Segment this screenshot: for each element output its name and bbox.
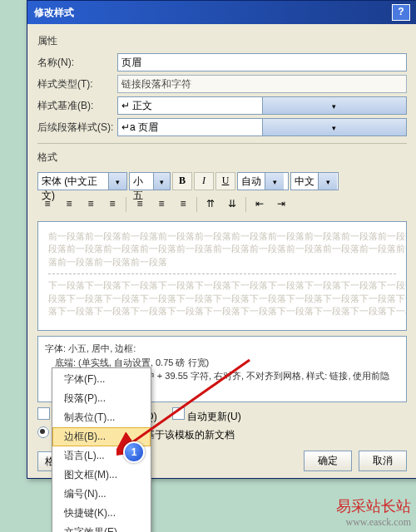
add-quick-checkbox[interactable] [37,407,50,420]
indent-decrease-icon[interactable]: ⇤ [250,195,270,214]
line-spacing-1-icon[interactable]: ≡ [130,195,150,214]
indent-increase-icon[interactable]: ⇥ [271,195,291,214]
only-doc-radio[interactable] [37,426,49,438]
format-toolbar-2: ≡ ≡ ≡ ≡ ≡ ≡ ≡ ⇈ ⇊ ⇤ ⇥ [37,193,407,216]
style-base-dropdown[interactable]: ↵ 正文 ▾ [117,96,407,115]
chevron-down-icon: ▾ [108,173,126,190]
section-format: 格式 [37,150,407,165]
menu-numbering[interactable]: 编号(N)... [52,485,151,504]
chevron-down-icon: ▾ [153,173,170,190]
style-base-label: 样式基准(B): [37,99,117,113]
chevron-down-icon: ▾ [265,173,284,190]
style-type-dropdown[interactable]: 链接段落和字符 [117,75,407,93]
preview-box: 前一段落前一段落前一段落前一段落前一段落前一段落前一段落前一段落前一段落前一段落… [37,221,407,331]
color-select[interactable]: 自动 ▾ [237,172,289,190]
chevron-down-icon: ▾ [318,173,337,190]
size-select[interactable]: 小五 ▾ [129,172,171,190]
dialog-title: 修改样式 [34,6,74,20]
bold-button[interactable]: B [172,172,192,190]
chevron-down-icon: ▾ [262,119,407,135]
underline-button[interactable]: U [215,172,235,190]
menu-shortcut[interactable]: 快捷键(K)... [52,504,151,523]
line-spacing-2-icon[interactable]: ≡ [173,195,193,214]
titlebar: 修改样式 ? [27,1,416,24]
align-justify-icon[interactable]: ≡ [102,195,122,214]
menu-frame[interactable]: 图文框(M)... [52,466,151,485]
next-style-dropdown[interactable]: ↵a 页眉 ▾ [117,118,407,136]
svg-line-0 [129,360,250,445]
name-field[interactable] [117,53,407,71]
format-toolbar-1: 宋体 (中文正文) ▾ 小五 ▾ B I U 自动 ▾ 中文 ▾ [37,170,407,193]
align-left-icon[interactable]: ≡ [37,195,57,214]
watermark: 易采站长站 www.easck.com [336,496,411,529]
next-style-label: 后续段落样式(S): [37,121,117,135]
chevron-down-icon: ▾ [262,97,407,114]
style-type-label: 样式类型(T): [37,77,117,91]
section-properties: 属性 [37,34,407,48]
space-before-icon[interactable]: ⇈ [201,195,220,214]
cancel-button[interactable]: 取消 [359,451,407,471]
align-right-icon[interactable]: ≡ [81,195,101,214]
align-center-icon[interactable]: ≡ [59,195,79,214]
menu-texteffect[interactable]: 文字效果(E)... [52,523,151,532]
callout-badge-1: 1 [123,441,145,463]
space-after-icon[interactable]: ⇊ [222,195,242,214]
ok-button[interactable]: 确定 [304,451,352,471]
name-label: 名称(N): [37,56,117,70]
help-button[interactable]: ? [392,4,410,21]
font-select[interactable]: 宋体 (中文正文) ▾ [37,172,127,190]
lang-select[interactable]: 中文 ▾ [290,172,339,190]
italic-button[interactable]: I [194,172,214,190]
line-spacing-15-icon[interactable]: ≡ [151,195,171,214]
